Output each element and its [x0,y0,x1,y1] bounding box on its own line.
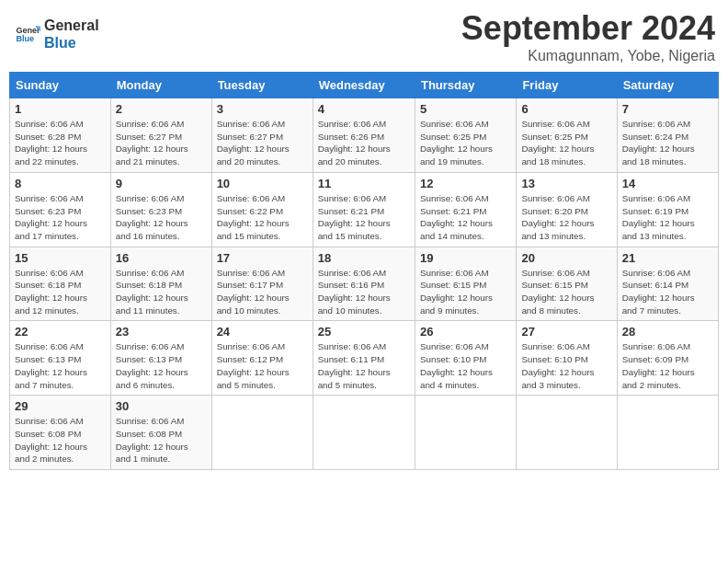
day-number: 26 [420,325,511,339]
week-row-4: 29Sunrise: 6:06 AM Sunset: 6:08 PM Dayli… [10,396,719,470]
day-info: Sunrise: 6:06 AM Sunset: 6:17 PM Dayligh… [217,267,308,317]
day-info: Sunrise: 6:06 AM Sunset: 6:08 PM Dayligh… [15,415,106,465]
day-number: 24 [217,325,308,339]
col-header-wednesday: Wednesday [313,73,415,98]
day-info: Sunrise: 6:06 AM Sunset: 6:10 PM Dayligh… [521,340,611,391]
calendar-body: 1Sunrise: 6:06 AM Sunset: 6:28 PM Daylig… [10,98,719,470]
day-number: 4 [318,102,410,116]
day-info: Sunrise: 6:06 AM Sunset: 6:23 PM Dayligh… [116,192,207,243]
day-cell: 26Sunrise: 6:06 AM Sunset: 6:10 PM Dayli… [415,321,516,396]
day-info: Sunrise: 6:06 AM Sunset: 6:15 PM Dayligh… [521,267,611,317]
day-number: 30 [116,399,207,413]
day-cell: 21Sunrise: 6:06 AM Sunset: 6:14 PM Dayli… [617,247,718,321]
day-info: Sunrise: 6:06 AM Sunset: 6:13 PM Dayligh… [15,340,106,391]
day-info: Sunrise: 6:06 AM Sunset: 6:25 PM Dayligh… [521,118,611,168]
day-number: 17 [217,251,308,265]
day-cell: 24Sunrise: 6:06 AM Sunset: 6:12 PM Dayli… [211,321,313,396]
day-number: 3 [217,102,308,116]
day-cell: 7Sunrise: 6:06 AM Sunset: 6:24 PM Daylig… [617,98,718,173]
day-info: Sunrise: 6:06 AM Sunset: 6:21 PM Dayligh… [420,192,511,243]
day-info: Sunrise: 6:06 AM Sunset: 6:21 PM Dayligh… [318,192,410,243]
day-cell: 20Sunrise: 6:06 AM Sunset: 6:15 PM Dayli… [517,247,617,321]
day-number: 16 [116,251,207,265]
day-number: 21 [622,251,713,265]
day-number: 10 [217,177,308,190]
day-info: Sunrise: 6:06 AM Sunset: 6:09 PM Dayligh… [622,340,713,391]
day-number: 29 [15,399,106,413]
day-cell: 1Sunrise: 6:06 AM Sunset: 6:28 PM Daylig… [10,98,111,173]
day-info: Sunrise: 6:06 AM Sunset: 6:15 PM Dayligh… [420,267,511,317]
day-cell: 9Sunrise: 6:06 AM Sunset: 6:23 PM Daylig… [110,172,211,247]
week-row-2: 15Sunrise: 6:06 AM Sunset: 6:18 PM Dayli… [10,247,719,321]
day-number: 9 [116,177,207,190]
day-info: Sunrise: 6:06 AM Sunset: 6:14 PM Dayligh… [622,267,713,317]
day-cell [617,396,718,470]
column-headers: SundayMondayTuesdayWednesdayThursdayFrid… [10,73,719,98]
col-header-saturday: Saturday [617,73,718,98]
day-cell: 16Sunrise: 6:06 AM Sunset: 6:18 PM Dayli… [110,247,211,321]
day-number: 5 [420,102,511,116]
day-number: 15 [15,251,106,265]
day-number: 25 [318,325,410,339]
day-cell: 4Sunrise: 6:06 AM Sunset: 6:26 PM Daylig… [313,98,415,173]
week-row-3: 22Sunrise: 6:06 AM Sunset: 6:13 PM Dayli… [10,321,719,396]
week-row-0: 1Sunrise: 6:06 AM Sunset: 6:28 PM Daylig… [10,98,719,173]
calendar-table: SundayMondayTuesdayWednesdayThursdayFrid… [9,72,719,470]
col-header-thursday: Thursday [415,73,516,98]
logo-line2: Blue [44,34,99,52]
day-cell: 25Sunrise: 6:06 AM Sunset: 6:11 PM Dayli… [313,321,415,396]
day-info: Sunrise: 6:06 AM Sunset: 6:25 PM Dayligh… [420,118,511,168]
day-info: Sunrise: 6:06 AM Sunset: 6:26 PM Dayligh… [318,118,410,168]
day-number: 6 [521,102,611,116]
day-cell: 23Sunrise: 6:06 AM Sunset: 6:13 PM Dayli… [110,321,211,396]
day-info: Sunrise: 6:06 AM Sunset: 6:28 PM Dayligh… [15,118,106,168]
day-cell: 29Sunrise: 6:06 AM Sunset: 6:08 PM Dayli… [10,396,111,470]
day-cell: 13Sunrise: 6:06 AM Sunset: 6:20 PM Dayli… [517,172,617,247]
day-number: 22 [15,325,106,339]
location-title: Kumagunnam, Yobe, Nigeria [461,48,715,64]
day-cell: 10Sunrise: 6:06 AM Sunset: 6:22 PM Dayli… [211,172,313,247]
day-number: 8 [15,177,106,190]
day-info: Sunrise: 6:06 AM Sunset: 6:19 PM Dayligh… [622,192,713,243]
day-cell [313,396,415,470]
day-cell: 2Sunrise: 6:06 AM Sunset: 6:27 PM Daylig… [110,98,211,173]
logo-line1: General [44,17,99,34]
col-header-friday: Friday [517,73,617,98]
day-info: Sunrise: 6:06 AM Sunset: 6:16 PM Dayligh… [318,267,410,317]
day-number: 12 [420,177,511,190]
day-number: 28 [622,325,713,339]
day-cell [517,396,617,470]
day-cell: 17Sunrise: 6:06 AM Sunset: 6:17 PM Dayli… [211,247,313,321]
day-cell: 5Sunrise: 6:06 AM Sunset: 6:25 PM Daylig… [415,98,516,173]
day-info: Sunrise: 6:06 AM Sunset: 6:18 PM Dayligh… [116,267,207,317]
day-number: 13 [521,177,611,190]
day-info: Sunrise: 6:06 AM Sunset: 6:10 PM Dayligh… [420,340,511,391]
day-info: Sunrise: 6:06 AM Sunset: 6:13 PM Dayligh… [116,340,207,391]
day-info: Sunrise: 6:06 AM Sunset: 6:12 PM Dayligh… [217,340,308,391]
day-number: 23 [116,325,207,339]
logo: General Blue General Blue [13,17,99,52]
month-title: September 2024 [461,9,715,48]
day-info: Sunrise: 6:06 AM Sunset: 6:27 PM Dayligh… [217,118,308,168]
day-info: Sunrise: 6:06 AM Sunset: 6:20 PM Dayligh… [521,192,611,243]
day-number: 14 [622,177,713,190]
day-cell: 18Sunrise: 6:06 AM Sunset: 6:16 PM Dayli… [313,247,415,321]
day-cell: 12Sunrise: 6:06 AM Sunset: 6:21 PM Dayli… [415,172,516,247]
day-cell: 15Sunrise: 6:06 AM Sunset: 6:18 PM Dayli… [10,247,111,321]
day-cell: 11Sunrise: 6:06 AM Sunset: 6:21 PM Dayli… [313,172,415,247]
col-header-sunday: Sunday [10,73,111,98]
day-number: 18 [318,251,410,265]
day-cell: 30Sunrise: 6:06 AM Sunset: 6:08 PM Dayli… [110,396,211,470]
col-header-tuesday: Tuesday [211,73,313,98]
page-header: General Blue General Blue September 2024… [9,9,719,64]
day-info: Sunrise: 6:06 AM Sunset: 6:22 PM Dayligh… [217,192,308,243]
day-cell: 28Sunrise: 6:06 AM Sunset: 6:09 PM Dayli… [617,321,718,396]
day-number: 1 [15,102,106,116]
day-cell: 19Sunrise: 6:06 AM Sunset: 6:15 PM Dayli… [415,247,516,321]
day-info: Sunrise: 6:06 AM Sunset: 6:23 PM Dayligh… [15,192,106,243]
day-cell: 22Sunrise: 6:06 AM Sunset: 6:13 PM Dayli… [10,321,111,396]
day-number: 11 [318,177,410,190]
week-row-1: 8Sunrise: 6:06 AM Sunset: 6:23 PM Daylig… [10,172,719,247]
day-cell: 6Sunrise: 6:06 AM Sunset: 6:25 PM Daylig… [517,98,617,173]
day-number: 19 [420,251,511,265]
